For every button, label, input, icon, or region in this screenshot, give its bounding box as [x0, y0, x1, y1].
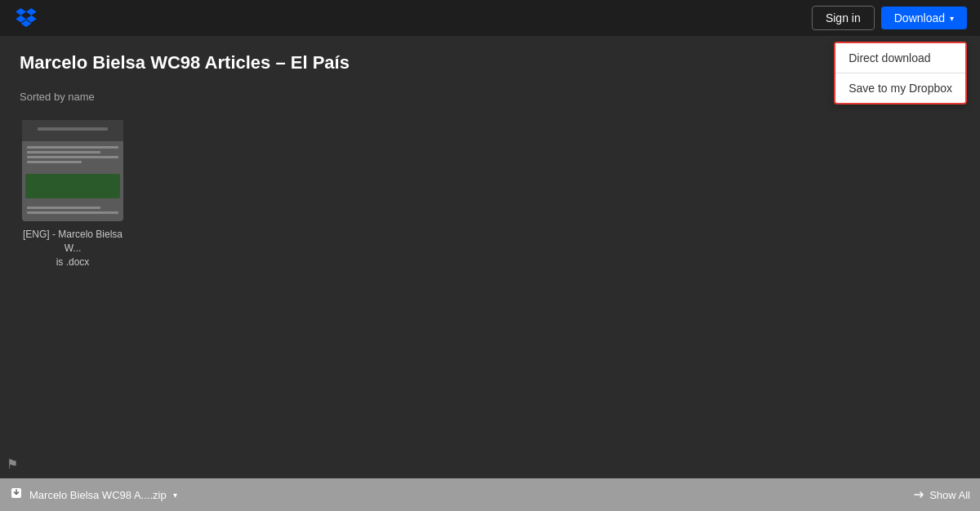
- download-dropdown-menu: Direct download Save to my Dropbox: [834, 42, 967, 104]
- bottom-file-name: Marcelo Bielsa WC98 A....zip: [29, 489, 167, 501]
- doc-line: [27, 151, 100, 153]
- download-button-label: Download: [894, 11, 945, 24]
- flag-icon: ⚑: [7, 456, 18, 472]
- doc-preview-header: [22, 120, 123, 141]
- doc-line: [27, 146, 118, 149]
- doc-line: [27, 211, 118, 214]
- header: Sign in Download ▾ Direct download Save …: [0, 0, 980, 36]
- bottom-bar-left: Marcelo Bielsa WC98 A....zip ▾: [10, 487, 177, 503]
- download-chevron-icon: ▾: [950, 14, 954, 23]
- sign-in-button[interactable]: Sign in: [812, 6, 875, 30]
- sort-bar: Sorted by name: [20, 87, 960, 107]
- file-grid: [ENG] - Marcelo Bielsa W... is .docx: [20, 120, 960, 269]
- dropbox-logo: [13, 5, 39, 31]
- doc-line: [27, 161, 82, 163]
- doc-preview-lines-bottom: [22, 202, 123, 221]
- header-actions: Sign in Download ▾ Direct download Save …: [812, 6, 967, 30]
- list-item[interactable]: [ENG] - Marcelo Bielsa W... is .docx: [20, 120, 126, 269]
- show-all-button[interactable]: Show All: [913, 489, 970, 501]
- page-title: Marcelo Bielsa WC98 Articles – El País: [20, 52, 960, 73]
- show-all-icon: [913, 489, 924, 500]
- download-arrow-icon: [10, 487, 23, 503]
- doc-line: [27, 207, 100, 209]
- doc-preview-lines: [22, 141, 123, 171]
- save-to-dropbox-option[interactable]: Save to my Dropbox: [835, 73, 965, 103]
- file-thumbnail: [22, 120, 123, 221]
- direct-download-option[interactable]: Direct download: [835, 43, 965, 73]
- main-content: Marcelo Bielsa WC98 Articles – El País S…: [0, 36, 980, 285]
- download-button[interactable]: Download ▾: [881, 7, 967, 29]
- doc-preview: [22, 120, 123, 221]
- dropbox-logo-icon: [13, 5, 39, 31]
- bottom-bar: Marcelo Bielsa WC98 A....zip ▾ Show All: [0, 478, 980, 511]
- file-name: [ENG] - Marcelo Bielsa W... is .docx: [20, 228, 126, 269]
- doc-image-area: [25, 174, 120, 198]
- bottom-chevron-icon: ▾: [173, 491, 177, 500]
- sort-label: Sorted by name: [20, 91, 95, 103]
- doc-line: [27, 156, 118, 158]
